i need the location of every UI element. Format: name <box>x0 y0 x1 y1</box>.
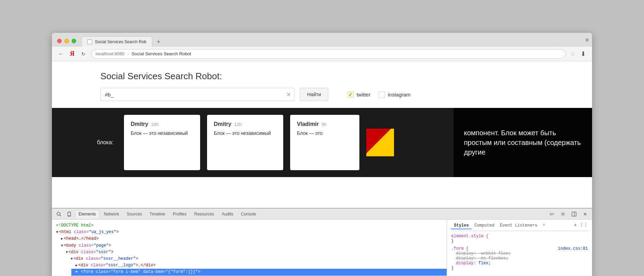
card-1-time: 10h <box>151 122 159 127</box>
devtools-mobile-icon[interactable] <box>64 209 74 219</box>
twitter-label: twitter <box>357 92 370 98</box>
html-body-triangle[interactable]: ▼ <box>61 244 63 248</box>
html-triangle[interactable]: ▼ <box>56 230 58 234</box>
search-row: ✕ Найти ✓ twitter instagram <box>100 88 544 101</box>
styles-tab-event-listeners[interactable]: Event Listeners <box>497 222 540 229</box>
right-overlay: компонент. Блок может быть простым или с… <box>454 108 592 177</box>
devtools-tab-resources[interactable]: Resources <box>191 210 217 218</box>
devtools-settings-icon[interactable] <box>558 209 568 219</box>
tab-favicon <box>87 39 92 44</box>
card-image <box>366 129 394 156</box>
html-header-triangle[interactable]: ▼ <box>71 257 73 261</box>
card-2-name: Dmitry <box>214 121 232 127</box>
style-source-link[interactable]: index.css:81 <box>558 246 588 251</box>
devtools-tab-console[interactable]: Console <box>238 210 260 218</box>
devtools-tab-sources[interactable]: Sources <box>123 210 145 218</box>
style-rule-element: element.style { } <box>451 234 588 243</box>
style-prop-2: display: -ms-flexbox; <box>451 256 588 261</box>
html-head-triangle[interactable]: ▶ <box>61 237 63 241</box>
style-rule-form: .form { index.css:81 display: -webkit-fl… <box>451 246 588 270</box>
html-logo-triangle[interactable]: ▶ <box>75 264 78 267</box>
html-line-body: ▼<body class="page"> <box>56 242 442 249</box>
address-bar[interactable]: localhost:8080 › Social Services Search … <box>91 49 566 59</box>
tab-title: Social Services Search Rob <box>95 39 146 44</box>
style-element-close: } <box>451 239 588 243</box>
styles-tab-styles[interactable]: Styles <box>451 222 472 229</box>
style-prop-1: display: -webkit-flex; <box>451 251 588 256</box>
instagram-checkbox-item[interactable]: instagram <box>379 91 411 98</box>
styles-add-button[interactable]: + <box>574 222 577 229</box>
devtools-tab-audits[interactable]: Audits <box>218 210 236 218</box>
address-host: localhost:8080 <box>96 51 125 56</box>
devtools-close-icon[interactable]: ✕ <box>580 209 590 219</box>
devtools-tab-timeline[interactable]: Timeline <box>146 210 169 218</box>
devtools-tab-profiles[interactable]: Profiles <box>169 210 190 218</box>
page-title: Social Services Search Robot: <box>100 71 544 82</box>
cards-area: блока: Dmitry 10h Блок — это независимый… <box>52 108 592 177</box>
dark-text-left: блока: <box>97 139 114 146</box>
new-tab-button[interactable]: + <box>154 37 163 47</box>
yandex-button[interactable]: Я <box>70 50 74 57</box>
minimize-button[interactable] <box>64 39 69 43</box>
twitter-checkmark: ✓ <box>349 92 352 97</box>
search-clear-button[interactable]: ✕ <box>286 91 291 98</box>
active-tab[interactable]: Social Services Search Rob <box>81 36 152 47</box>
card-image-container <box>366 115 394 170</box>
devtools-layout-icon[interactable] <box>569 209 579 219</box>
svg-line-1 <box>60 215 61 216</box>
address-separator: › <box>127 51 129 56</box>
html-line-logo: ▶<div class="sssr__logo">…</div> <box>56 262 442 269</box>
html-line-sssr: ▼<div class="sssr"> <box>56 249 442 256</box>
styles-extra-button[interactable]: ⋮⋮ <box>580 222 588 229</box>
svg-rect-5 <box>572 212 576 216</box>
twitter-checkbox-item[interactable]: ✓ twitter <box>348 91 370 98</box>
card-2-author: Dmitry 12h <box>214 121 276 127</box>
html-sssr-triangle[interactable]: ▼ <box>66 250 68 254</box>
card-3-name: Vladimir <box>297 121 319 127</box>
window-controls <box>57 39 76 47</box>
checkboxes-group: ✓ twitter instagram <box>348 91 411 98</box>
html-doctype: <!DOCTYPE html> <box>56 223 93 228</box>
search-input[interactable] <box>100 88 294 101</box>
card-1-name: Dmitry <box>131 121 149 127</box>
tab-bar: Social Services Search Rob + <box>81 36 585 47</box>
close-button[interactable] <box>57 39 62 43</box>
address-page: Social Services Search Robot <box>132 51 191 56</box>
html-panel: <!DOCTYPE html> ▼<html class="ua_js_yes"… <box>52 220 447 276</box>
back-button[interactable]: ← <box>56 49 66 59</box>
instagram-checkbox[interactable] <box>379 91 385 98</box>
html-line-form-selected[interactable]: ▼ <form class="form i-bem" data-bem="{"f… <box>56 269 442 275</box>
maximize-button[interactable] <box>72 39 76 43</box>
card-2-time: 12h <box>234 122 242 127</box>
navigation-bar: ← Я ↻ localhost:8080 › Social Services S… <box>52 47 592 61</box>
devtools-tabs-bar: Elements Network Sources Timeline Profil… <box>52 209 592 220</box>
devtools-panel: Elements Network Sources Timeline Profil… <box>52 208 592 276</box>
title-bar: Social Services Search Rob + ≡ <box>52 33 592 47</box>
card-2-text: Блок — это независимый <box>214 130 276 137</box>
browser-menu-button[interactable]: ≡ <box>585 37 589 43</box>
card-3-text: Блок — это <box>297 130 352 137</box>
devtools-tab-elements[interactable]: Elements <box>75 210 100 218</box>
html-line-doctype: <!DOCTYPE html> <box>56 222 442 229</box>
html-line-header: ▼<div class="sssr__header"> <box>56 256 442 262</box>
download-button[interactable]: ⬇ <box>578 49 588 59</box>
style-element-selector: element.style { <box>451 234 588 239</box>
page-header: Social Services Search Robot: ✕ Найти ✓ … <box>52 61 592 108</box>
html-form-selected-content: ▼ <form class="form i-bem" data-bem="{"f… <box>71 269 447 275</box>
devtools-search-icon[interactable] <box>54 209 64 219</box>
search-button[interactable]: Найти <box>300 88 328 101</box>
card-3-time: 9h <box>322 122 327 127</box>
bookmark-button[interactable]: ☆ <box>570 50 575 58</box>
devtools-body: <!DOCTYPE html> ▼<html class="ua_js_yes"… <box>52 220 592 276</box>
styles-panel-tabs: Styles Computed Event Listeners » + ⋮⋮ <box>451 222 588 231</box>
styles-more[interactable]: » <box>540 222 545 229</box>
page-content: Social Services Search Robot: ✕ Найти ✓ … <box>52 61 592 208</box>
card-3-author: Vladimir 9h <box>297 121 352 127</box>
styles-tab-computed[interactable]: Computed <box>472 222 497 229</box>
devtools-expand-icon[interactable]: ≡> <box>547 209 557 219</box>
devtools-tab-network[interactable]: Network <box>100 210 123 218</box>
search-input-wrap: ✕ <box>100 88 294 101</box>
html-line-head: ▶<head>…</head> <box>56 236 442 242</box>
refresh-button[interactable]: ↻ <box>79 49 88 59</box>
twitter-checkbox[interactable]: ✓ <box>348 91 354 98</box>
